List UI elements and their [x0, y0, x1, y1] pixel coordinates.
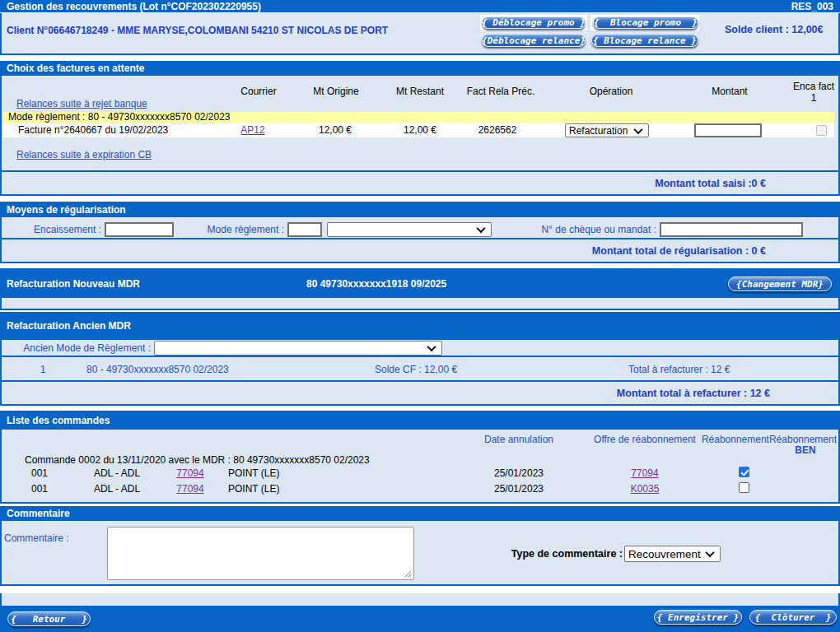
- courrier-link[interactable]: AP12: [240, 124, 264, 136]
- col-header-courrier: Courrier: [240, 86, 276, 97]
- moyens-section-header: [0, 202, 840, 217]
- encaissement-label: Encaissement :: [34, 224, 101, 235]
- cheque-label: N° de chèque ou mandat :: [541, 224, 656, 235]
- ancien-mdr-row-mdr: 80 - 49730xxxxxxx8570 02/2023: [86, 364, 229, 375]
- empty-strip: [0, 593, 840, 607]
- col-header-enca-fact: Enca fact 1: [793, 81, 834, 104]
- col-header-offre: Offre de réabonnement: [594, 434, 696, 445]
- col-header-mt-restant: Mt Restant: [396, 86, 444, 97]
- client-info: Client N°06646718249 - MME MARYSE,COLOMB…: [7, 25, 388, 36]
- facture-label: Facture n°2640667 du 19/02/2023: [18, 124, 168, 136]
- solde-client: Solde client : 12,00€: [725, 24, 824, 35]
- encaissement-input[interactable]: [105, 222, 174, 237]
- commande-row-type: ADL - ADL: [94, 467, 140, 479]
- page-title: Gestion des recouvrements (Lot n°COF2023…: [7, 1, 261, 12]
- col-header-reabonnement-group: RéabonnementRéabonnement: [702, 434, 837, 445]
- mode-reglement-input-label: Mode règlement :: [208, 224, 284, 235]
- col-header-date-annulation: Date annulation: [484, 434, 553, 445]
- operation-select[interactable]: Refacturation: [565, 123, 649, 137]
- ancien-mdr-select[interactable]: [154, 341, 442, 356]
- reabonnement-checkbox-row2[interactable]: [739, 482, 749, 493]
- col-header-reabonnement-ben: Réabonnement: [769, 434, 837, 445]
- col-header-montant: Montant: [712, 86, 747, 97]
- type-commentaire-label: Type de commentaire :: [511, 548, 623, 560]
- blocage-promo-button[interactable]: { Blocage promo }: [593, 16, 698, 29]
- nouveau-mdr-value: 80 49730xxxxxxx1918 09/2025: [306, 278, 446, 290]
- commentaire-textarea[interactable]: [107, 527, 414, 580]
- commande-row-num: 001: [31, 467, 48, 479]
- col-header-operation: Opération: [590, 86, 633, 97]
- reabonnement-checkbox-row1[interactable]: [739, 467, 749, 477]
- col-header-mt-origine: Mt Origine: [313, 86, 358, 97]
- montant-total-regularisation: Montant total de régularisation : 0 €: [592, 245, 766, 257]
- commandes-section-header: [0, 411, 840, 430]
- screen-code: RES_003: [791, 1, 833, 12]
- fact-rela-value: 2626562: [478, 124, 517, 136]
- changement-mdr-button[interactable]: {Changement MDR}: [728, 276, 832, 291]
- commentaire-section-title: Commentaire: [7, 508, 70, 519]
- commandes-section-title: Liste des commandes: [7, 415, 110, 426]
- col-header-fact-rela: Fact Rela Préc.: [467, 86, 535, 97]
- col-header-ben: BEN: [795, 444, 815, 456]
- divider: [2, 380, 838, 382]
- mode-reglement-input[interactable]: [287, 222, 322, 237]
- nouveau-mdr-strip: [0, 298, 840, 310]
- commande-row-date: 25/01/2023: [494, 467, 544, 479]
- montant-total-refacturer: Montant total à refacturer : 12 €: [617, 388, 770, 399]
- divider: [2, 356, 838, 357]
- resize-grip-icon: [404, 570, 412, 578]
- cloturer-button[interactable]: { Clôturer }: [749, 610, 837, 625]
- moyens-section-title: Moyens de régularisation: [7, 204, 126, 216]
- ancien-mdr-section-title: Refacturation Ancien MDR: [7, 320, 131, 332]
- commande-row-nom: POINT (LE): [228, 483, 279, 495]
- factures-section-title: Choix des factures en attente: [7, 63, 144, 74]
- commande-code-link[interactable]: 77094: [176, 467, 203, 479]
- commentaire-section-header: [0, 506, 840, 521]
- montant-input[interactable]: [694, 123, 762, 137]
- mode-reglement-select[interactable]: [327, 222, 492, 237]
- divider: [2, 238, 838, 239]
- deblocage-promo-button[interactable]: { Déblocage promo }: [482, 16, 586, 29]
- blocage-relance-button[interactable]: { Blocage relance }: [591, 34, 698, 47]
- montant-total-saisi: Montant total saisi :0 €: [655, 178, 766, 189]
- deblocage-relance-button[interactable]: {Déblocage relance}: [482, 34, 586, 47]
- retour-button[interactable]: { Retour }: [7, 611, 91, 626]
- ancien-mdr-select-label: Ancien Mode de Règlement :: [23, 342, 151, 354]
- commande-code-link[interactable]: 77094: [176, 483, 203, 495]
- commande-row-nom: POINT (LE): [228, 467, 279, 479]
- enregistrer-button[interactable]: { Enregistrer }: [654, 610, 742, 625]
- commande-row-num: 001: [31, 483, 48, 495]
- offre-link[interactable]: 77094: [631, 467, 658, 479]
- relances-rejet-link[interactable]: Relances suite à rejet banque: [16, 98, 147, 109]
- commande-row-type: ADL - ADL: [94, 483, 140, 495]
- ancien-mdr-row-total: Total à refacturer : 12 €: [628, 364, 730, 375]
- ancien-mdr-row-solde: Solde CF : 12,00 €: [375, 364, 457, 375]
- ancien-mdr-row-num: 1: [40, 364, 46, 375]
- cheque-input[interactable]: [660, 222, 803, 237]
- offre-link[interactable]: K0035: [631, 483, 660, 495]
- mode-reglement-label: Mode règlement : 80 - 49730xxxxxxx8570 0…: [8, 112, 231, 123]
- enca-fact-checkbox[interactable]: [816, 125, 827, 136]
- commentaire-label: Commentaire :: [4, 532, 69, 544]
- mt-restant-value: 12,00 €: [404, 124, 436, 136]
- commande-row-date: 25/01/2023: [494, 483, 544, 495]
- commande-label: Commande 0002 du 13/11/2020 avec le MDR …: [25, 454, 370, 466]
- relances-expiration-link[interactable]: Relances suite à expiration CB: [16, 149, 152, 160]
- nouveau-mdr-title: Refacturation Nouveau MDR: [7, 278, 140, 290]
- type-commentaire-select[interactable]: Recouvrement: [624, 546, 721, 562]
- page: Gestion des recouvrements (Lot n°COF2023…: [0, 0, 840, 632]
- col-header-reabonnement: Réabonnement: [702, 434, 769, 445]
- divider: [2, 170, 838, 172]
- mt-origine-value: 12,00 €: [319, 124, 352, 136]
